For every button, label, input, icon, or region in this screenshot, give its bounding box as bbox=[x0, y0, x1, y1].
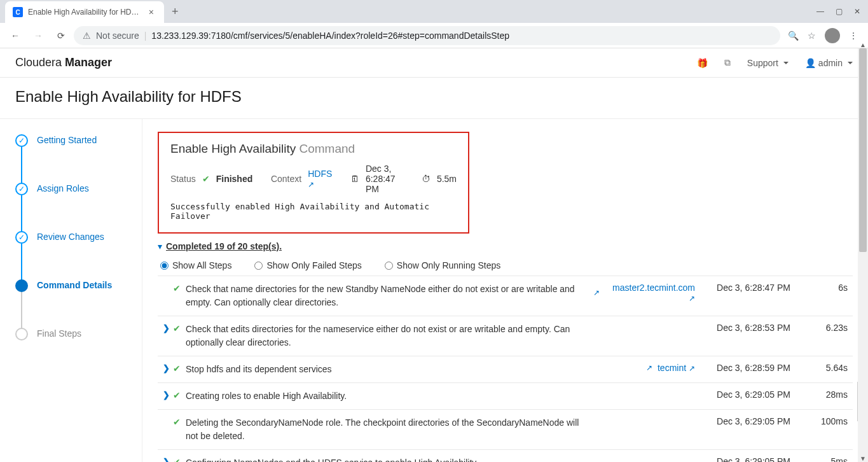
browser-menu-icon[interactable]: ⋮ bbox=[849, 31, 858, 41]
status-value: Finished bbox=[216, 174, 253, 184]
user-icon: 👤 bbox=[805, 58, 816, 68]
external-link-icon: ↗ bbox=[308, 180, 314, 189]
step-description: Check that name directories for the new … bbox=[186, 283, 593, 309]
step-duration: 28ms bbox=[790, 389, 848, 400]
status-label: Status bbox=[170, 174, 196, 184]
parcels-icon[interactable]: 🎁 bbox=[697, 58, 708, 68]
step-description: Creating roles to enable High Availabili… bbox=[186, 389, 593, 403]
step-row: ❯✔Deleting the SecondaryNameNode role. T… bbox=[158, 410, 853, 450]
context-label: Context bbox=[271, 174, 301, 184]
chevron-down-icon: ▾ bbox=[158, 241, 162, 251]
step-final-steps[interactable]: Final Steps bbox=[15, 328, 142, 340]
step-description: Stop hdfs and its dependent services bbox=[186, 363, 593, 376]
step-ok-icon: ✔ bbox=[173, 389, 186, 400]
expand-icon[interactable]: ❯ bbox=[163, 363, 173, 373]
step-ok-icon: ✔ bbox=[173, 416, 186, 427]
filter-failed[interactable]: Show Only Failed Steps bbox=[254, 260, 361, 270]
check-icon: ✓ bbox=[15, 134, 28, 147]
expand-icon[interactable]: ❯ bbox=[163, 389, 173, 400]
step-time: Dec 3, 6:28:59 PM bbox=[695, 363, 790, 373]
step-review-changes[interactable]: ✓ Review Changes bbox=[15, 231, 142, 244]
browser-tab[interactable]: C Enable High Availability for HDFS × bbox=[5, 1, 164, 23]
window-maximize-icon[interactable]: ▢ bbox=[836, 7, 843, 16]
step-assign-roles[interactable]: ✓ Assign Roles bbox=[15, 183, 142, 195]
step-time: Dec 3, 6:29:05 PM bbox=[695, 389, 790, 400]
step-link[interactable]: tecmint ↗ bbox=[658, 363, 695, 373]
pending-step-icon bbox=[15, 328, 28, 340]
step-row: ❯✔Check that edits directories for the n… bbox=[158, 316, 853, 356]
browser-actions: 🔍 ☆ ⋮ bbox=[783, 28, 863, 43]
external-link-icon: ↗ bbox=[646, 363, 652, 372]
step-row: ❯✔Creating roles to enable High Availabi… bbox=[158, 383, 853, 410]
step-duration: 6s bbox=[790, 283, 848, 293]
check-icon: ✓ bbox=[15, 183, 28, 195]
step-description: Deleting the SecondaryNameNode role. The… bbox=[186, 416, 593, 443]
command-summary: Enable High Availability Command Status … bbox=[158, 132, 469, 234]
external-link-icon: ↗ bbox=[593, 288, 600, 297]
window-controls: ― ▢ ✕ bbox=[816, 7, 868, 16]
context-link[interactable]: HDFS ↗ bbox=[308, 169, 332, 189]
profile-avatar[interactable] bbox=[825, 28, 840, 43]
step-link[interactable]: master2.tecmint.com ↗ bbox=[605, 283, 695, 303]
zoom-icon[interactable]: 🔍 bbox=[788, 31, 799, 41]
security-status: Not secure bbox=[96, 31, 139, 41]
step-time: Dec 3, 6:28:47 PM bbox=[695, 283, 790, 293]
url-text: 13.233.129.39:7180/cmf/services/5/enable… bbox=[151, 31, 509, 41]
step-ok-icon: ✔ bbox=[173, 323, 186, 333]
tab-favicon: C bbox=[13, 7, 23, 17]
support-menu[interactable]: Support bbox=[747, 58, 789, 68]
step-ok-icon: ✔ bbox=[173, 283, 186, 293]
cloudera-header: Cloudera Manager 🎁 ⧉ Support 👤 admin bbox=[0, 48, 868, 78]
step-getting-started[interactable]: ✓ Getting Started bbox=[15, 134, 142, 147]
expand-icon[interactable]: ❯ bbox=[163, 456, 173, 462]
step-duration: 100ms bbox=[790, 416, 848, 426]
product-logo[interactable]: Cloudera Manager bbox=[15, 56, 112, 69]
step-row: ❯✔Configuring NameNodes and the HDFS ser… bbox=[158, 450, 853, 462]
step-description: Configuring NameNodes and the HDFS servi… bbox=[186, 456, 593, 462]
step-duration: 5ms bbox=[790, 456, 848, 462]
url-bar-row: ← → ⟳ ⚠ Not secure | 13.233.129.39:7180/… bbox=[0, 23, 868, 48]
command-datetime: Dec 3, 6:28:47 PM bbox=[366, 164, 406, 194]
step-command-details[interactable]: Command Details bbox=[15, 279, 142, 292]
calendar-icon: 🗓 bbox=[350, 174, 359, 184]
status-ok-icon: ✔ bbox=[202, 174, 210, 184]
browser-chrome: C Enable High Availability for HDFS × + … bbox=[0, 0, 868, 48]
running-commands-icon[interactable]: ⧉ bbox=[724, 57, 731, 68]
current-step-icon bbox=[15, 279, 28, 292]
security-warning-icon: ⚠ bbox=[83, 31, 91, 41]
duration-icon: ⏱ bbox=[422, 174, 431, 184]
command-duration: 5.5m bbox=[437, 174, 457, 184]
step-description: Check that edits directories for the nam… bbox=[186, 323, 593, 349]
new-tab-button[interactable]: + bbox=[164, 5, 186, 18]
steps-table: ❯✔Check that name directories for the ne… bbox=[158, 276, 853, 462]
nav-forward-button[interactable]: → bbox=[28, 25, 48, 46]
filter-all[interactable]: Show All Steps bbox=[160, 260, 231, 270]
completed-toggle[interactable]: ▾ Completed 19 of 20 step(s). bbox=[158, 241, 853, 251]
admin-user-menu[interactable]: 👤 admin bbox=[805, 58, 853, 68]
scroll-thumb[interactable] bbox=[859, 48, 867, 252]
bookmark-icon[interactable]: ☆ bbox=[808, 31, 816, 41]
step-row: ❯✔Stop hdfs and its dependent services↗t… bbox=[158, 356, 853, 383]
filter-running[interactable]: Show Only Running Steps bbox=[385, 260, 500, 270]
tab-close-icon[interactable]: × bbox=[146, 7, 156, 17]
step-ok-icon: ✔ bbox=[173, 363, 186, 374]
expand-icon[interactable]: ❯ bbox=[163, 323, 173, 333]
step-duration: 5.64s bbox=[790, 363, 848, 373]
step-time: Dec 3, 6:29:05 PM bbox=[695, 456, 790, 462]
step-filter: Show All Steps Show Only Failed Steps Sh… bbox=[158, 260, 853, 270]
command-message: Successfully enabled High Availability a… bbox=[170, 202, 457, 221]
window-minimize-icon[interactable]: ― bbox=[816, 7, 824, 16]
scrollbar[interactable]: ▲ ▼ bbox=[858, 48, 868, 462]
check-icon: ✓ bbox=[15, 231, 28, 244]
page-title: Enable High Availability for HDFS bbox=[0, 78, 868, 119]
scroll-down-icon[interactable]: ▼ bbox=[858, 453, 868, 462]
step-time: Dec 3, 6:29:05 PM bbox=[695, 416, 790, 426]
address-bar[interactable]: ⚠ Not secure | 13.233.129.39:7180/cmf/se… bbox=[74, 26, 780, 45]
step-row: ❯✔Check that name directories for the ne… bbox=[158, 276, 853, 316]
step-duration: 6.23s bbox=[790, 323, 848, 333]
wizard-stepper: ✓ Getting Started ✓ Assign Roles ✓ Revie… bbox=[15, 119, 142, 462]
nav-back-button[interactable]: ← bbox=[5, 25, 25, 46]
step-ok-icon: ✔ bbox=[173, 456, 186, 462]
nav-reload-button[interactable]: ⟳ bbox=[51, 25, 71, 46]
window-close-icon[interactable]: ✕ bbox=[854, 7, 860, 16]
